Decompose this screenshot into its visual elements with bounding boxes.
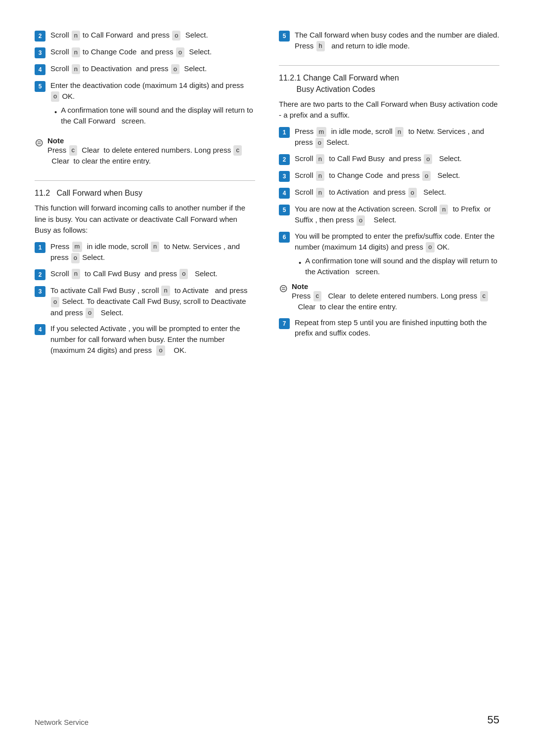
bullet-6: • A confirmation tone will sound and the… <box>295 255 499 277</box>
page: 2 Scroll n to Call Forward and press o S… <box>0 0 534 756</box>
section-11-2-title: 11.2 Call Forward when Busy <box>35 188 255 199</box>
badge-2: 2 <box>35 31 45 42</box>
btn-m: m <box>72 242 83 252</box>
badge-2r: 2 <box>279 154 290 165</box>
s11-2-step-3: 3 To activate Call Fwd Busy , scroll n t… <box>35 285 255 318</box>
btn-o: o <box>356 215 365 226</box>
btn-o: o <box>424 154 432 165</box>
btn-o: o <box>422 171 431 181</box>
nav-n: n <box>72 31 80 41</box>
btn-m: m <box>316 127 327 137</box>
nav-n: n <box>316 154 324 165</box>
s11-2-1-step-1-text: Press m in idle mode, scroll n to Netw. … <box>295 126 499 148</box>
nav-n: n <box>72 64 80 75</box>
nav-n: n <box>316 171 324 181</box>
s11-2-1-step-4-text: Scroll n to Activation and press o Selec… <box>295 187 446 198</box>
bullet-text: A confirmation tone will sound and the d… <box>61 105 255 126</box>
section-11-2-1-intro: There are two parts to the Call Forward … <box>279 99 499 121</box>
s11-2-1-step-6: 6 You will be prompted to enter the pref… <box>279 231 499 277</box>
btn-c: c <box>69 145 78 156</box>
s11-2-step-3-text: To activate Call Fwd Busy , scroll n to … <box>50 285 255 318</box>
section-11-2-1: 11.2.1 Change Call Forward when Busy Act… <box>279 73 499 343</box>
s11-2-1-step-1: 1 Press m in idle mode, scroll n to Netw… <box>279 126 499 148</box>
bullet-dot: • <box>54 107 57 118</box>
note-text-top: Press c Clear to delete entered numbers.… <box>47 146 242 165</box>
note-text-right: Press c Clear to delete entered numbers.… <box>292 292 489 311</box>
nav-n: n <box>72 269 80 279</box>
left-column: 2 Scroll n to Call Forward and press o S… <box>35 30 255 693</box>
btn-o: o <box>176 47 184 58</box>
s11-2-1-step-2-text: Scroll n to Call Fwd Busy and press o Se… <box>295 153 462 164</box>
divider-right <box>279 65 499 66</box>
step-4-left: 4 Scroll n to Deactivation and press o S… <box>35 63 255 75</box>
nav-n: n <box>161 286 170 296</box>
note-block-right: ⊜ Note Press c Clear to delete entered n… <box>279 282 499 312</box>
note-label: Note <box>47 136 64 145</box>
bullet-dot-6: • <box>299 257 301 268</box>
s11-2-step-1-text: Press m in idle mode, scroll n to Netw. … <box>50 241 255 263</box>
step-5-text: Enter the deactivation code (maximum 14 … <box>50 80 255 126</box>
divider-left <box>35 180 255 181</box>
badge-3: 3 <box>35 47 45 58</box>
s11-2-1-step-7-text: Repeat from step 5 until you are finishe… <box>295 317 499 339</box>
badge-5r: 5 <box>279 31 290 42</box>
badge-2b: 2 <box>35 269 45 280</box>
section-11-2: 11.2 Call Forward when Busy This functio… <box>35 188 255 361</box>
badge-6r: 6 <box>279 232 290 243</box>
s11-2-1-step-3: 3 Scroll n to Change Code and press o Se… <box>279 170 499 182</box>
btn-o: o <box>426 242 434 252</box>
note-label-wrap: Note Press c Clear to delete entered num… <box>47 136 255 167</box>
step-3-left: 3 Scroll n to Change Code and press o Se… <box>35 46 255 58</box>
section-11-2-1-title: 11.2.1 Change Call Forward when Busy Act… <box>279 73 499 95</box>
nav-n: n <box>395 127 403 137</box>
section-11-2-intro: This function will forward incoming call… <box>35 203 255 236</box>
step-4-text: Scroll n to Deactivation and press o Sel… <box>50 63 207 74</box>
btn-o: o <box>51 297 59 307</box>
badge-3r: 3 <box>279 171 290 182</box>
footer: Network Service 55 <box>35 709 499 726</box>
s11-2-1-step-5-text: You are now at the Activation screen. Sc… <box>295 204 499 226</box>
s11-2-step-4-text: If you selected Activate , you will be p… <box>50 323 255 356</box>
badge-7r: 7 <box>279 318 290 329</box>
nav-n: n <box>72 47 80 58</box>
note-icon-right: ⊜ <box>279 282 288 295</box>
btn-c2: c <box>233 145 242 156</box>
s11-2-step-2-text: Scroll n to Call Fwd Busy and press o Se… <box>50 268 218 279</box>
badge-4: 4 <box>35 64 45 75</box>
btn-o: o <box>179 269 188 279</box>
right-column: 5 The Call forward when busy codes and t… <box>279 30 499 693</box>
nav-n: n <box>440 205 448 215</box>
bullet-6-text: A confirmation tone will sound and the d… <box>305 255 499 277</box>
s11-2-1-step-6-text: You will be prompted to enter the prefix… <box>295 231 499 277</box>
badge-4b: 4 <box>35 324 45 335</box>
s11-2-1-step-4: 4 Scroll n to Activation and press o Sel… <box>279 187 499 199</box>
btn-o: o <box>86 308 94 318</box>
s11-2-1-step-3-text: Scroll n to Change Code and press o Sele… <box>295 170 460 181</box>
top-steps-left: 2 Scroll n to Call Forward and press o S… <box>35 30 255 131</box>
btn-o: o <box>315 138 324 148</box>
btn-c4: c <box>480 291 489 301</box>
footer-label: Network Service <box>35 718 89 726</box>
s11-2-step-2: 2 Scroll n to Call Fwd Busy and press o … <box>35 268 255 280</box>
nav-n: n <box>316 188 324 198</box>
note-label-right: Note <box>292 282 308 291</box>
badge-5: 5 <box>35 81 45 92</box>
note-icon: ⊜ <box>35 136 44 149</box>
bullet-5: • A confirmation tone will sound and the… <box>50 105 255 126</box>
badge-5rr: 5 <box>279 205 290 215</box>
btn-o: o <box>71 253 80 263</box>
btn-o: o <box>51 91 59 102</box>
main-columns: 2 Scroll n to Call Forward and press o S… <box>35 30 499 693</box>
footer-page: 55 <box>488 714 499 726</box>
btn-o: o <box>172 31 180 41</box>
step-5-right: 5 The Call forward when busy codes and t… <box>279 30 499 51</box>
step-2-text: Scroll n to Call Forward and press o Sel… <box>50 30 208 41</box>
step-2-left: 2 Scroll n to Call Forward and press o S… <box>35 30 255 42</box>
step-5-left: 5 Enter the deactivation code (maximum 1… <box>35 80 255 126</box>
s11-2-step-1: 1 Press m in idle mode, scroll n to Netw… <box>35 241 255 263</box>
s11-2-1-step-7: 7 Repeat from step 5 until you are finis… <box>279 317 499 339</box>
btn-o: o <box>171 64 179 75</box>
step-5-right-text: The Call forward when busy codes and the… <box>295 30 499 51</box>
step-3-text: Scroll n to Change Code and press o Sele… <box>50 46 212 57</box>
s11-2-1-step-5: 5 You are now at the Activation screen. … <box>279 204 499 226</box>
